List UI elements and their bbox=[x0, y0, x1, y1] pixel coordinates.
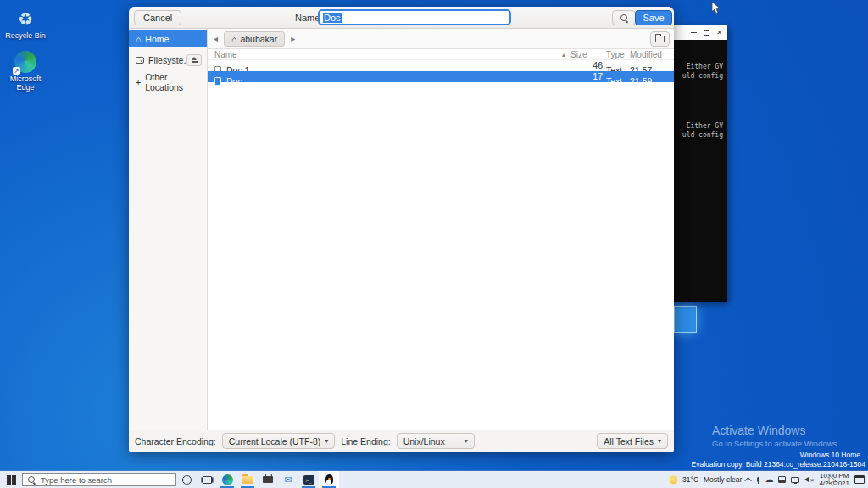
taskbar-linux-button[interactable] bbox=[319, 471, 339, 488]
filename-selected-text: Doc bbox=[323, 13, 342, 23]
path-bar: ◂ ⌂ abubakar ▸ bbox=[208, 29, 674, 49]
file-row-selected[interactable]: Doc 17 bytes Text 21:59 bbox=[208, 71, 674, 82]
home-icon: ⌂ bbox=[136, 34, 141, 44]
file-explorer-icon bbox=[242, 476, 253, 484]
task-view-icon bbox=[203, 476, 212, 484]
new-folder-button[interactable] bbox=[650, 31, 670, 47]
start-button[interactable] bbox=[0, 471, 22, 488]
recycle-bin-icon: ♻ bbox=[14, 7, 36, 30]
home-icon: ⌂ bbox=[231, 34, 236, 44]
dialog-body: ⌂ Home Filesyste... + Other Locations bbox=[129, 29, 674, 430]
chevron-down-icon: ▾ bbox=[325, 437, 328, 445]
edge-icon: ↗ bbox=[14, 51, 36, 73]
plus-icon: + bbox=[136, 77, 141, 87]
weather-sun-icon[interactable] bbox=[670, 476, 677, 484]
terminal-line: Either GV bbox=[687, 122, 723, 130]
linux-penguin-icon bbox=[326, 474, 333, 485]
wallpaper-windows-logo bbox=[674, 306, 697, 333]
maximize-icon[interactable] bbox=[704, 30, 709, 36]
briefcase-icon bbox=[263, 476, 273, 483]
volume-muted-icon[interactable]: ✕ bbox=[804, 477, 814, 483]
taskbar-edge-button[interactable] bbox=[217, 471, 237, 488]
sidebar-item-label: Home bbox=[145, 34, 169, 44]
action-center-icon[interactable] bbox=[854, 475, 865, 484]
encoding-label: Character Encoding: bbox=[135, 436, 216, 446]
file-row[interactable]: Doc 1 46 bytes Text 21:57 bbox=[208, 60, 674, 71]
desktop-icon-microsoft-edge[interactable]: ↗ Microsoft Edge bbox=[5, 51, 46, 92]
taskbar: Type here to search ✉ >_ 31°C Mostly bbox=[0, 471, 868, 488]
desktop-icon-recycle-bin[interactable]: ♻ Recycle Bin bbox=[5, 7, 46, 40]
file-modified: 21:59 bbox=[630, 76, 669, 86]
microphone-icon[interactable] bbox=[757, 477, 760, 482]
sidebar-item-home[interactable]: ⌂ Home bbox=[129, 30, 207, 47]
evaluation-build-label: Evaluation copy. Build 21364.co_release.… bbox=[692, 460, 865, 469]
terminal-titlebar: ✕ bbox=[674, 25, 727, 40]
encoding-dropdown[interactable]: Current Locale (UTF-8) ▾ bbox=[222, 433, 336, 449]
forward-chevron-icon[interactable]: ▸ bbox=[288, 34, 298, 43]
eject-button[interactable] bbox=[186, 54, 202, 66]
sort-ascending-icon: ▴ bbox=[557, 51, 570, 58]
cortana-icon bbox=[182, 475, 192, 485]
shortcut-arrow-icon: ↗ bbox=[13, 67, 20, 75]
taskbar-store-button[interactable] bbox=[258, 471, 278, 488]
save-button[interactable]: Save bbox=[635, 10, 672, 25]
windows-logo-icon bbox=[7, 475, 16, 485]
column-header-type[interactable]: Type bbox=[606, 50, 630, 59]
windows-desktop: ♻ Recycle Bin ↗ Microsoft Edge ✕ Either … bbox=[0, 0, 868, 488]
cancel-button[interactable]: Cancel bbox=[134, 10, 181, 25]
minimize-icon[interactable] bbox=[691, 32, 697, 33]
eject-icon bbox=[192, 57, 197, 60]
chevron-down-icon: ▾ bbox=[465, 437, 468, 445]
dialog-main: ◂ ⌂ abubakar ▸ Name ▴ Size Type Modified bbox=[208, 29, 674, 430]
terminal-line: uld config bbox=[682, 131, 723, 139]
taskbar-mail-button[interactable]: ✉ bbox=[278, 471, 298, 488]
chevron-down-icon: ▾ bbox=[658, 437, 661, 445]
dialog-sidebar: ⌂ Home Filesyste... + Other Locations bbox=[129, 29, 208, 430]
network-icon[interactable] bbox=[791, 477, 799, 483]
sidebar-item-label: Filesyste... bbox=[148, 55, 191, 65]
file-filter-dropdown[interactable]: All Text Files ▾ bbox=[597, 433, 668, 449]
search-icon bbox=[620, 14, 629, 23]
console-icon: >_ bbox=[303, 475, 314, 485]
close-icon[interactable]: ✕ bbox=[716, 25, 722, 40]
onedrive-cloud-icon[interactable]: ☁ bbox=[765, 475, 773, 484]
back-chevron-icon[interactable]: ◂ bbox=[211, 34, 220, 43]
desktop-icon-label: Recycle Bin bbox=[5, 31, 46, 40]
column-header-name[interactable]: Name bbox=[214, 50, 557, 59]
taskbar-file-explorer-button[interactable] bbox=[237, 471, 258, 488]
name-label: Name bbox=[295, 13, 320, 23]
sidebar-item-other-locations[interactable]: + Other Locations bbox=[129, 73, 207, 91]
filename-input[interactable]: Doc bbox=[318, 9, 511, 25]
tray-time: 10:00 PM bbox=[820, 472, 849, 480]
tray-overflow-chevron-icon[interactable] bbox=[745, 477, 752, 484]
terminal-output: Either GV uld config Either GV uld confi… bbox=[674, 40, 727, 302]
breadcrumb[interactable]: ⌂ abubakar bbox=[224, 31, 285, 47]
terminal-window: ✕ Either GV uld config Either GV uld con… bbox=[674, 25, 727, 302]
search-placeholder: Type here to search bbox=[41, 475, 112, 485]
column-header-size[interactable]: Size bbox=[570, 50, 606, 59]
taskbar-terminal-button[interactable]: >_ bbox=[298, 471, 319, 488]
gtk-save-dialog: Cancel Name Doc Save ⌂ Home Filesyste... bbox=[129, 7, 674, 452]
activate-windows-watermark: Activate Windows bbox=[712, 424, 805, 437]
taskbar-clock[interactable]: 10:00 PM 4/29/2021 bbox=[819, 472, 849, 487]
drive-icon bbox=[136, 57, 144, 64]
task-view-button[interactable] bbox=[197, 471, 217, 488]
tray-temperature[interactable]: 31°C bbox=[682, 475, 698, 484]
column-header-modified[interactable]: Modified bbox=[630, 50, 669, 59]
line-ending-label: Line Ending: bbox=[341, 436, 390, 446]
file-name: Doc bbox=[226, 76, 242, 86]
breadcrumb-label: abubakar bbox=[240, 34, 277, 44]
system-tray: 31°C Mostly clear ☁ ✕ 10:00 PM 4/29/2021 bbox=[670, 472, 868, 487]
terminal-line: uld config bbox=[682, 72, 723, 80]
line-ending-dropdown[interactable]: Unix/Linux ▾ bbox=[397, 433, 475, 449]
cortana-button[interactable] bbox=[176, 471, 197, 488]
search-button[interactable] bbox=[612, 10, 636, 25]
display-icon[interactable] bbox=[778, 476, 786, 483]
tray-weather-condition[interactable]: Mostly clear bbox=[704, 475, 742, 484]
sidebar-item-filesystem[interactable]: Filesyste... bbox=[129, 51, 207, 69]
desktop-icon-label: Microsoft Edge bbox=[5, 75, 46, 92]
taskbar-search-input[interactable]: Type here to search bbox=[22, 473, 176, 486]
tray-date: 4/29/2021 bbox=[819, 480, 849, 487]
search-icon bbox=[27, 475, 36, 485]
file-icon bbox=[214, 77, 221, 86]
